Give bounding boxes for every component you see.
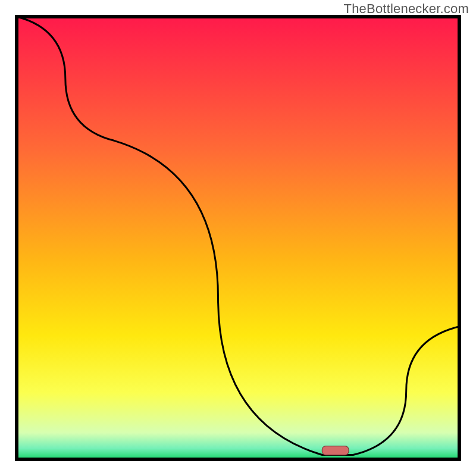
watermark-text: TheBottlenecker.com <box>344 1 469 17</box>
plot-background <box>17 17 459 459</box>
bottleneck-chart <box>0 0 476 476</box>
marker-pill <box>322 446 349 455</box>
